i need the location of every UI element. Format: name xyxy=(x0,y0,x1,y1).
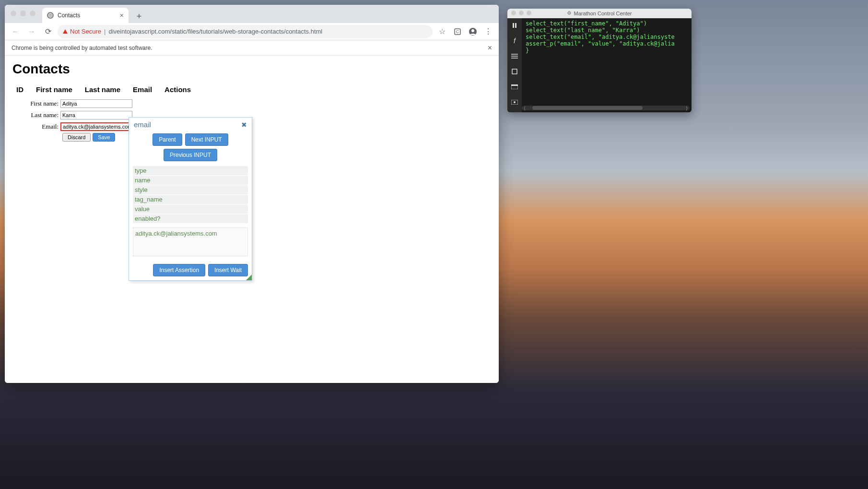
resize-handle[interactable] xyxy=(246,274,252,280)
previous-input-button[interactable]: Previous INPUT xyxy=(164,149,217,161)
prop-style[interactable]: style xyxy=(133,185,248,195)
insert-wait-button[interactable]: Insert Wait xyxy=(208,264,248,276)
scroll-right-arrow[interactable]: ⟩ xyxy=(684,106,690,111)
new-tab-button[interactable]: + xyxy=(132,10,146,23)
prop-value[interactable]: value xyxy=(133,204,248,214)
inspector-title: email xyxy=(134,120,151,129)
globe-icon xyxy=(47,12,54,19)
svg-point-13 xyxy=(514,101,516,103)
square-icon[interactable] xyxy=(510,67,519,76)
close-notice-button[interactable]: × xyxy=(488,44,492,52)
security-indicator: Not Secure xyxy=(62,28,101,35)
browser-tab[interactable]: Contacts × xyxy=(42,8,129,23)
email-label: Email: xyxy=(12,123,60,131)
window-icon[interactable] xyxy=(510,83,519,91)
insert-assertion-button[interactable]: Insert Assertion xyxy=(153,264,205,276)
gear-icon xyxy=(567,11,572,16)
address-bar[interactable]: Not Secure | diveintojavascript.com/stat… xyxy=(58,25,433,38)
prop-tag-name[interactable]: tag_name xyxy=(133,195,248,204)
code-line: } xyxy=(526,47,688,54)
col-last-name: Last name xyxy=(85,85,120,94)
svg-rect-7 xyxy=(513,23,514,28)
automation-notice-bar: Chrome is being controlled by automated … xyxy=(5,40,499,56)
close-window-button[interactable] xyxy=(11,11,16,16)
marathon-title: Marathon Control Center xyxy=(574,11,632,16)
browser-toolbar: ← → ⟳ Not Secure | diveintojavascript.co… xyxy=(5,23,499,40)
minimize-window-button[interactable] xyxy=(20,11,26,16)
maximize-window-button[interactable] xyxy=(30,11,35,16)
marathon-maximize-button[interactable] xyxy=(527,11,531,15)
prop-name[interactable]: name xyxy=(133,176,248,185)
col-first-name: First name xyxy=(36,85,72,94)
code-line: select_text("email", "aditya.ck@jaliansy… xyxy=(526,34,688,40)
code-line: select_text("first_name", "Aditya") xyxy=(526,20,688,27)
svg-point-6 xyxy=(569,12,570,13)
last-name-label: Last name: xyxy=(12,111,60,119)
marathon-code-editor[interactable]: select_text("first_name", "Aditya") sele… xyxy=(522,18,692,112)
page-title: Contacts xyxy=(12,61,491,77)
reload-button[interactable]: ⟳ xyxy=(41,25,55,38)
marathon-control-center-window: Marathon Control Center f select_text("f… xyxy=(507,9,692,112)
marathon-titlebar: Marathon Control Center xyxy=(507,9,692,18)
table-header: ID First name Last name Email Actions xyxy=(12,83,491,96)
profile-icon[interactable] xyxy=(466,25,480,38)
menu-icon[interactable]: ⋮ xyxy=(481,25,495,38)
svg-rect-11 xyxy=(511,84,518,86)
scroll-thumb[interactable] xyxy=(532,106,643,110)
email-input[interactable] xyxy=(60,122,132,131)
page-content: Contacts ID First name Last name Email A… xyxy=(5,56,499,383)
col-email: Email xyxy=(133,85,152,94)
next-input-button[interactable]: Next INPUT xyxy=(185,133,228,146)
bookmark-star-icon[interactable]: ☆ xyxy=(435,25,449,38)
svg-rect-8 xyxy=(515,23,516,28)
pause-button[interactable] xyxy=(510,21,519,30)
prop-enabled[interactable]: enabled? xyxy=(133,214,248,224)
marathon-sidebar: f xyxy=(507,18,522,112)
svg-text:C: C xyxy=(456,29,459,34)
prop-type[interactable]: type xyxy=(133,166,248,176)
extension-icon[interactable]: C xyxy=(451,25,464,38)
svg-rect-9 xyxy=(512,69,517,74)
inspector-value-display: aditya.ck@jaliansystems.com xyxy=(133,227,248,256)
forward-button[interactable]: → xyxy=(25,25,38,38)
svg-point-4 xyxy=(471,29,474,32)
first-name-label: First name: xyxy=(12,100,60,107)
url-text: diveintojavascript.com/static/files/tuto… xyxy=(108,28,322,35)
parent-button[interactable]: Parent xyxy=(152,133,182,146)
property-list: type name style tag_name value enabled? xyxy=(129,166,252,224)
record-icon[interactable] xyxy=(510,98,519,107)
first-name-input[interactable] xyxy=(60,99,132,108)
back-button[interactable]: ← xyxy=(9,25,22,38)
window-controls xyxy=(11,11,35,16)
discard-button[interactable]: Discard xyxy=(62,133,91,142)
scroll-left-arrow[interactable]: ⟨ xyxy=(522,106,528,111)
horizontal-scrollbar[interactable]: ⟨ ⟩ xyxy=(522,106,690,110)
save-button[interactable]: Save xyxy=(93,133,115,142)
browser-titlebar: Contacts × + xyxy=(5,5,499,23)
last-name-input[interactable] xyxy=(60,111,132,119)
marathon-close-button[interactable] xyxy=(511,11,516,15)
automation-message: Chrome is being controlled by automated … xyxy=(12,45,152,51)
close-tab-button[interactable]: × xyxy=(120,12,124,19)
inspector-close-button[interactable]: ✖ xyxy=(241,121,247,129)
warning-icon xyxy=(62,29,68,35)
marathon-minimize-button[interactable] xyxy=(519,11,524,15)
code-line: select_text("last_name", "Karra") xyxy=(526,27,688,34)
not-secure-label: Not Secure xyxy=(70,28,101,35)
function-icon[interactable]: f xyxy=(510,36,519,45)
code-line: assert_p("email", "value", "aditya.ck@ja… xyxy=(526,40,688,47)
list-icon[interactable] xyxy=(510,52,519,60)
tab-title: Contacts xyxy=(58,12,80,19)
inspector-popup: email ✖ Parent Next INPUT Previous INPUT… xyxy=(129,117,252,281)
col-actions: Actions xyxy=(164,85,191,94)
chrome-browser-window: Contacts × + ← → ⟳ Not Secure | diveinto… xyxy=(5,5,499,383)
col-id: ID xyxy=(16,85,23,94)
